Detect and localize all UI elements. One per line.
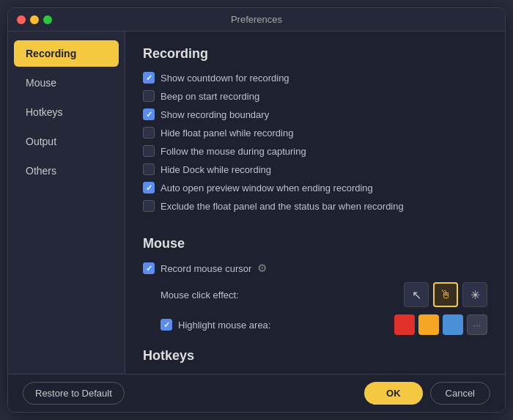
titlebar-controls bbox=[17, 15, 52, 24]
checkbox-countdown[interactable] bbox=[143, 72, 155, 84]
sidebar-item-recording[interactable]: Recording bbox=[14, 40, 119, 67]
hotkeys-section: Hotkeys i You can select hotkeys, then e… bbox=[143, 348, 487, 374]
checkbox-beep[interactable] bbox=[143, 90, 155, 102]
effect-cursor-btn[interactable]: ↖ bbox=[404, 282, 429, 307]
mouse-section-title: Mouse bbox=[143, 236, 487, 251]
titlebar: Preferences bbox=[8, 8, 505, 32]
sidebar-item-output[interactable]: Output bbox=[14, 128, 119, 155]
cursor-sparkle-icon: ✳ bbox=[470, 288, 480, 302]
gear-icon[interactable]: ⚙ bbox=[257, 262, 267, 275]
sidebar-item-hotkeys[interactable]: Hotkeys bbox=[14, 99, 119, 125]
checkbox-float-panel-label: Hide float panel while recording bbox=[160, 128, 293, 139]
swatch-yellow[interactable] bbox=[418, 314, 439, 335]
minimize-button[interactable] bbox=[30, 15, 39, 24]
checkbox-row-boundary: Show recording boundary bbox=[143, 108, 487, 120]
swatch-red[interactable] bbox=[394, 314, 415, 335]
swatch-more-button[interactable]: ··· bbox=[467, 314, 487, 335]
checkbox-row-float-panel: Hide float panel while recording bbox=[143, 127, 487, 139]
checkbox-hide-dock[interactable] bbox=[143, 163, 155, 175]
main-content: Recording Show countdown for recording B… bbox=[125, 32, 505, 374]
cancel-button[interactable]: Cancel bbox=[430, 382, 490, 405]
checkbox-row-hide-dock: Hide Dock while recording bbox=[143, 163, 487, 175]
checkbox-row-auto-preview: Auto open preview window when ending rec… bbox=[143, 182, 487, 194]
record-cursor-row: Record mouse cursor ⚙ bbox=[143, 262, 487, 275]
checkbox-boundary[interactable] bbox=[143, 108, 155, 120]
checkbox-countdown-label: Show countdown for recording bbox=[160, 73, 289, 84]
checkbox-record-cursor[interactable] bbox=[143, 262, 155, 274]
swatch-blue[interactable] bbox=[443, 314, 463, 335]
footer: Restore to Default OK Cancel bbox=[8, 374, 505, 412]
footer-actions: OK Cancel bbox=[364, 382, 490, 405]
sidebar-item-mouse[interactable]: Mouse bbox=[14, 70, 119, 96]
checkbox-row-exclude-float: Exclude the float panel and the status b… bbox=[143, 200, 487, 212]
click-effect-options: ↖ 🖱 ✳ bbox=[404, 282, 487, 307]
content-area: Recording Mouse Hotkeys Output Others Re… bbox=[8, 32, 505, 374]
checkbox-highlight[interactable] bbox=[160, 319, 172, 331]
click-effect-row: Mouse click effect: ↖ 🖱 ✳ bbox=[160, 282, 487, 307]
checkbox-row-beep: Beep on start recording bbox=[143, 90, 487, 102]
sidebar: Recording Mouse Hotkeys Output Others bbox=[8, 32, 125, 374]
restore-default-button[interactable]: Restore to Default bbox=[23, 382, 125, 405]
preferences-window: Preferences Recording Mouse Hotkeys Outp… bbox=[7, 7, 506, 413]
checkbox-exclude-float[interactable] bbox=[143, 200, 155, 212]
window-title: Preferences bbox=[231, 14, 282, 25]
cursor-highlight-icon: 🖱 bbox=[440, 288, 451, 301]
checkbox-follow-mouse[interactable] bbox=[143, 145, 155, 157]
checkbox-beep-label: Beep on start recording bbox=[160, 91, 259, 102]
highlight-label: Highlight mouse area: bbox=[178, 320, 270, 331]
checkbox-exclude-float-label: Exclude the float panel and the status b… bbox=[160, 201, 404, 212]
record-cursor-label: Record mouse cursor bbox=[160, 263, 251, 274]
recording-section-title: Recording bbox=[143, 46, 487, 62]
hotkeys-section-title: Hotkeys bbox=[143, 348, 487, 364]
checkbox-row-follow-mouse: Follow the mouse during capturing bbox=[143, 145, 487, 157]
checkbox-auto-preview[interactable] bbox=[143, 182, 155, 194]
highlight-row: Highlight mouse area: ··· bbox=[160, 314, 487, 335]
effect-highlight-btn[interactable]: 🖱 bbox=[433, 282, 458, 307]
click-effect-label: Mouse click effect: bbox=[160, 290, 239, 301]
checkbox-row-countdown: Show countdown for recording bbox=[143, 72, 487, 84]
checkbox-boundary-label: Show recording boundary bbox=[160, 109, 269, 120]
sidebar-item-others[interactable]: Others bbox=[14, 158, 119, 184]
color-swatches: ··· bbox=[394, 314, 487, 335]
checkbox-auto-preview-label: Auto open preview window when ending rec… bbox=[160, 183, 373, 194]
cursor-arrow-icon: ↖ bbox=[412, 288, 421, 302]
maximize-button[interactable] bbox=[43, 15, 52, 24]
mouse-section: Mouse Record mouse cursor ⚙ Mouse click … bbox=[143, 236, 487, 335]
close-button[interactable] bbox=[17, 15, 26, 24]
checkbox-hide-dock-label: Hide Dock while recording bbox=[160, 164, 271, 175]
effect-sparkle-btn[interactable]: ✳ bbox=[462, 282, 487, 307]
ok-button[interactable]: OK bbox=[364, 382, 423, 405]
checkbox-float-panel[interactable] bbox=[143, 127, 155, 139]
checkbox-follow-mouse-label: Follow the mouse during capturing bbox=[160, 146, 306, 157]
